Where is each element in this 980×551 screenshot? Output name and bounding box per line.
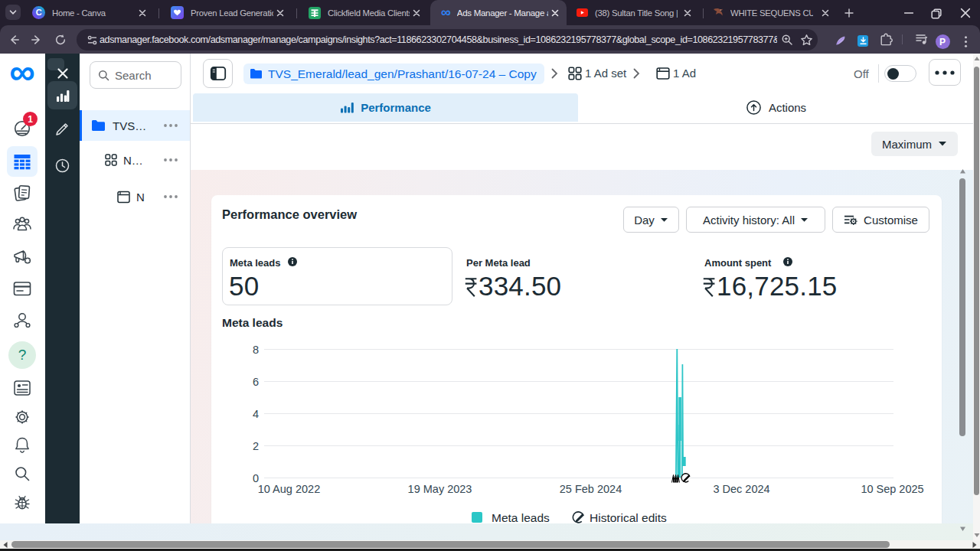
svg-text:8: 8 <box>253 344 259 356</box>
svg-text:19 May 2023: 19 May 2023 <box>408 483 472 495</box>
svg-text:10 Sep 2025: 10 Sep 2025 <box>861 483 923 495</box>
svg-text:4: 4 <box>253 408 259 420</box>
svg-text:10 Aug 2022: 10 Aug 2022 <box>258 483 320 495</box>
svg-text:2: 2 <box>253 440 259 452</box>
svg-text:3 Dec 2024: 3 Dec 2024 <box>713 483 769 495</box>
svg-text:Historical edits: Historical edits <box>590 511 667 523</box>
svg-text:25 Feb 2024: 25 Feb 2024 <box>560 483 622 495</box>
svg-text:C: C <box>36 8 42 17</box>
svg-text:6: 6 <box>253 376 259 388</box>
svg-text:Meta leads: Meta leads <box>492 511 550 523</box>
